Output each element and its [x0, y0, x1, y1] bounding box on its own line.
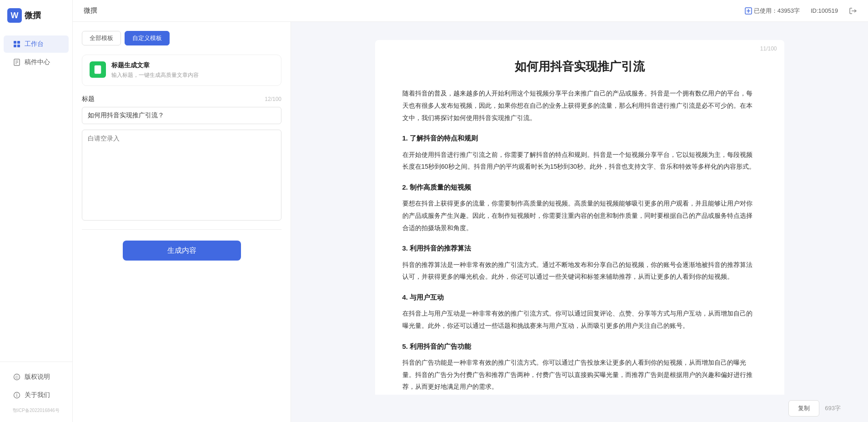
article-container: 11/100 如何用抖音实现推广引流 随着抖音的普及，越来越多的人开始利用这个短… — [375, 40, 784, 395]
sidebar-bottom: © 版权说明 关于我们 鄂ICP备2022016846号 — [0, 362, 72, 422]
svg-rect-2 — [14, 45, 16, 47]
usage-icon — [745, 7, 752, 15]
topbar-used: 已使用：43953字 — [745, 7, 800, 15]
id-label: ID:100519 — [811, 7, 838, 14]
left-panel: 全部模板 自定义模板 标题生成文章 输入标题，一键生成高质量文章内容 — [73, 22, 291, 422]
sidebar: W 微撰 工作台 — [0, 0, 73, 422]
tab-all-templates[interactable]: 全部模板 — [82, 31, 121, 45]
form-label: 标题 — [82, 95, 95, 103]
article-title: 如何用抖音实现推广引流 — [402, 58, 757, 75]
generate-btn[interactable]: 生成内容 — [123, 241, 241, 261]
topbar: 微撰 已使用：43953字 ID:100519 — [73, 0, 868, 22]
article-footer: 复制 693字 — [291, 395, 868, 422]
content-area: 全部模板 自定义模板 标题生成文章 输入标题，一键生成高质量文章内容 — [73, 22, 868, 422]
about-icon — [13, 391, 21, 399]
sidebar-nav: 工作台 稿件中心 — [0, 31, 72, 362]
article-section-heading: 1. 了解抖音的特点和规则 — [402, 132, 757, 145]
sidebar-item-label-drafts: 稿件中心 — [25, 58, 50, 66]
used-label: 已使用：43953字 — [754, 7, 800, 15]
template-tabs: 全部模板 自定义模板 — [82, 31, 281, 45]
svg-rect-0 — [14, 41, 16, 44]
svg-rect-3 — [17, 45, 20, 47]
sidebar-item-label-about: 关于我们 — [25, 391, 50, 399]
title-form: 标题 12/100 — [82, 95, 281, 222]
icp-text: 鄂ICP备2022016846号 — [0, 405, 72, 417]
title-input[interactable] — [82, 107, 281, 124]
logo-name: 微撰 — [25, 10, 41, 21]
right-panel: 11/100 如何用抖音实现推广引流 随着抖音的普及，越来越多的人开始利用这个短… — [291, 22, 868, 422]
form-label-row: 标题 12/100 — [82, 95, 281, 103]
article-section-paragraph: 在开始使用抖音进行推广引流之前，你需要了解抖音的特点和规则。抖音是一个短视频分享… — [402, 149, 757, 173]
article-section-paragraph: 抖音的广告功能是一种非常有效的推广引流方式。你可以通过广告投放来让更多的人看到你… — [402, 357, 757, 393]
drafts-icon — [13, 58, 21, 66]
logo-icon: W — [7, 8, 22, 23]
article-section-heading: 2. 制作高质量的短视频 — [402, 181, 757, 194]
article-section-paragraph: 在抖音上与用户互动是一种非常有效的推广引流方式。你可以通过回复评论、点赞、分享等… — [402, 307, 757, 332]
topbar-logout[interactable] — [849, 7, 857, 15]
template-card[interactable]: 标题生成文章 输入标题，一键生成高质量文章内容 — [82, 55, 281, 86]
logout-icon — [849, 7, 857, 15]
copyright-icon: © — [13, 373, 21, 381]
sidebar-item-label-copyright: 版权说明 — [25, 373, 50, 381]
sidebar-item-about[interactable]: 关于我们 — [4, 387, 69, 404]
article-section-heading: 3. 利用抖音的推荐算法 — [402, 242, 757, 255]
sidebar-item-copyright[interactable]: © 版权说明 — [4, 368, 69, 386]
workbench-icon — [13, 40, 21, 48]
svg-text:©: © — [15, 375, 19, 380]
word-count: 693字 — [825, 404, 841, 412]
article-section-heading: 4. 与用户互动 — [402, 291, 757, 304]
template-name: 标题生成文章 — [111, 61, 274, 70]
content-textarea[interactable] — [82, 130, 281, 221]
svg-rect-1 — [17, 41, 20, 44]
topbar-id: ID:100519 — [811, 7, 838, 14]
main-area: 微撰 已使用：43953字 ID:100519 — [73, 0, 868, 422]
topbar-title: 微撰 — [84, 6, 97, 15]
article-wrapper: 11/100 如何用抖音实现推广引流 随着抖音的普及，越来越多的人开始利用这个短… — [291, 22, 868, 395]
article-section-paragraph: 要想在抖音上获得更多的流量，你需要制作高质量的短视频。高质量的短视频能够吸引更多… — [402, 197, 757, 234]
template-desc: 输入标题，一键生成高质量文章内容 — [111, 71, 274, 79]
article-body: 随着抖音的普及，越来越多的人开始利用这个短视频分享平台来推广自己的产品或服务。抖… — [402, 87, 757, 392]
sidebar-item-drafts[interactable]: 稿件中心 — [4, 54, 69, 71]
tab-custom-templates[interactable]: 自定义模板 — [125, 31, 170, 45]
template-info: 标题生成文章 输入标题，一键生成高质量文章内容 — [111, 61, 274, 79]
topbar-right: 已使用：43953字 ID:100519 — [745, 7, 857, 15]
article-section-paragraph: 抖音的推荐算法是一种非常有效的推广引流方式。通过不断地发布和分享自己的短视频，你… — [402, 259, 757, 283]
logo-area: W 微撰 — [0, 0, 72, 31]
page-count: 11/100 — [760, 45, 777, 52]
article-section-paragraph: 随着抖音的普及，越来越多的人开始利用这个短视频分享平台来推广自己的产品或服务。抖… — [402, 87, 757, 124]
form-count: 12/100 — [265, 96, 281, 102]
form-divider — [82, 229, 281, 230]
template-card-icon — [90, 61, 106, 78]
svg-point-11 — [16, 394, 17, 395]
copy-button[interactable]: 复制 — [788, 400, 819, 417]
sidebar-item-workbench[interactable]: 工作台 — [4, 35, 69, 53]
sidebar-item-label-workbench: 工作台 — [25, 40, 44, 48]
article-section-heading: 5. 利用抖音的广告功能 — [402, 340, 757, 353]
doc-icon — [93, 65, 102, 74]
